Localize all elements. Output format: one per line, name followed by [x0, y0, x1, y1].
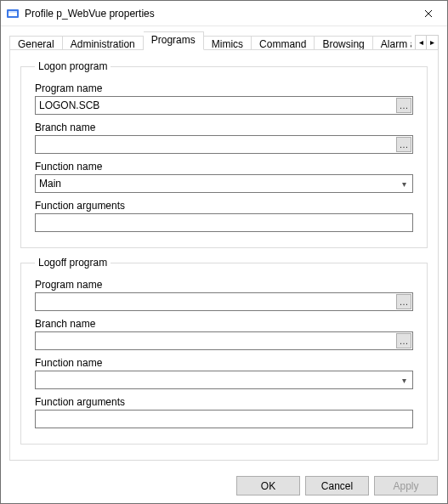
tab-scroll-left-button[interactable]: ◂: [415, 35, 427, 50]
tab-strip: General Administration Programs Mimics C…: [9, 31, 439, 50]
app-icon: [6, 7, 20, 20]
tab-general[interactable]: General: [9, 36, 63, 50]
tab-panel-programs: Logon program Program name … Branch name…: [9, 49, 439, 461]
tab-programs[interactable]: Programs: [144, 31, 204, 50]
ok-button[interactable]: OK: [236, 476, 300, 496]
logoff-branch-browse-button[interactable]: …: [396, 333, 411, 348]
tab-command[interactable]: Command: [252, 36, 315, 50]
logoff-legend: Logoff program: [35, 257, 111, 269]
tab-scroll-right-button[interactable]: ▸: [427, 35, 439, 50]
tab-nav: ◂ ▸: [415, 35, 439, 50]
logon-function-select[interactable]: [35, 174, 413, 193]
cancel-button[interactable]: Cancel: [305, 476, 369, 496]
logoff-program-input[interactable]: [35, 292, 413, 311]
logoff-function-label: Function name: [35, 357, 413, 369]
dialog-buttons: OK Cancel Apply: [236, 476, 438, 496]
logoff-args-label: Function arguments: [35, 396, 413, 408]
logoff-program-label: Program name: [35, 279, 413, 291]
logon-function-label: Function name: [35, 161, 413, 173]
dialog-content: General Administration Programs Mimics C…: [1, 26, 447, 461]
svg-rect-2: [9, 11, 17, 13]
tab-alarm-ack[interactable]: Alarm acknowledgement: [373, 36, 411, 50]
logoff-function-select[interactable]: [35, 371, 413, 389]
logon-program-input[interactable]: [35, 96, 413, 115]
tabs: General Administration Programs Mimics C…: [9, 31, 411, 50]
window-title: Profile p_WebVue properties: [25, 8, 409, 20]
logoff-group: Logoff program Program name … Branch nam…: [20, 257, 428, 445]
tab-administration[interactable]: Administration: [63, 36, 144, 50]
logoff-branch-label: Branch name: [35, 318, 413, 330]
logon-group: Logon program Program name … Branch name…: [20, 60, 428, 248]
tab-browsing[interactable]: Browsing: [315, 36, 372, 50]
logoff-branch-input[interactable]: [35, 331, 413, 350]
logon-branch-label: Branch name: [35, 122, 413, 133]
logon-args-input[interactable]: [35, 213, 413, 232]
logon-legend: Logon program: [35, 60, 111, 72]
title-bar: Profile p_WebVue properties: [1, 1, 447, 26]
close-button[interactable]: [409, 1, 447, 26]
logoff-args-input[interactable]: [35, 410, 413, 428]
logon-branch-input[interactable]: [35, 135, 413, 154]
logon-args-label: Function arguments: [35, 200, 413, 212]
tab-mimics[interactable]: Mimics: [204, 36, 252, 50]
logoff-program-browse-button[interactable]: …: [396, 294, 411, 309]
logon-program-label: Program name: [35, 82, 413, 94]
logon-program-browse-button[interactable]: …: [396, 98, 411, 113]
logon-branch-browse-button[interactable]: …: [396, 137, 411, 152]
apply-button[interactable]: Apply: [374, 476, 438, 496]
